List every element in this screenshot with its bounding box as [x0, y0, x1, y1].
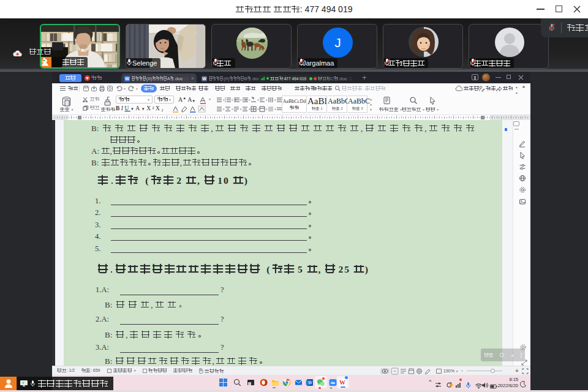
svg-text:W: W: [308, 380, 312, 385]
svg-text:W: W: [339, 379, 345, 386]
